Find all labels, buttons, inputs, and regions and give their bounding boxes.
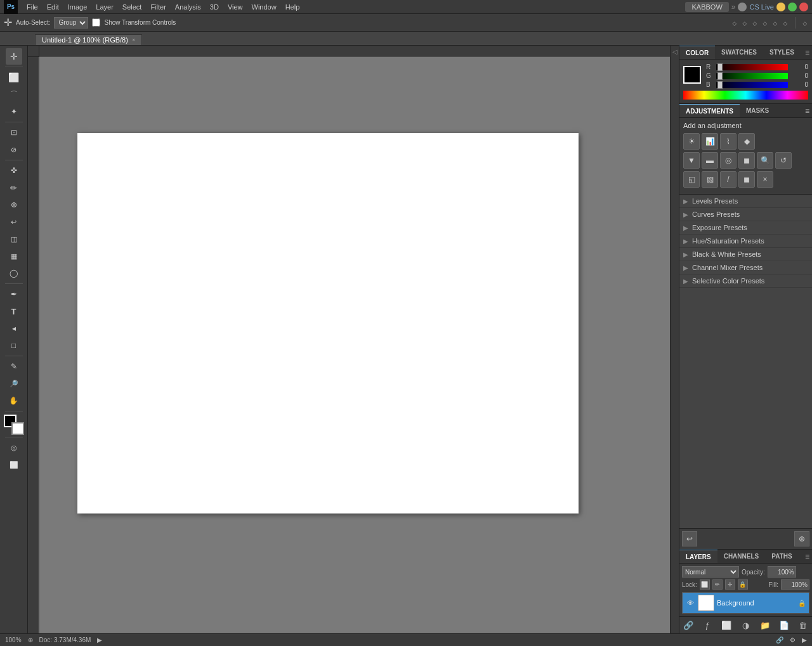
selective-color-icon[interactable]: × <box>757 171 773 188</box>
photo-filter-icon[interactable]: 🔍 <box>757 152 773 169</box>
status-bar-info-icon[interactable]: ⚙ <box>790 636 796 643</box>
delete-layer-btn[interactable]: 🗑 <box>797 619 809 631</box>
align-center-h-icon[interactable]: ⬦ <box>742 17 748 29</box>
background-layer[interactable]: 👁 Background 🔒 <box>682 592 809 614</box>
color-balance-icon[interactable]: ◎ <box>720 152 737 169</box>
type-tool[interactable]: T <box>6 303 22 320</box>
preset-exposure[interactable]: ▶ Exposure Presets <box>679 221 812 235</box>
marquee-rect-tool[interactable]: ⬜ <box>6 69 22 86</box>
preset-levels[interactable]: ▶ Levels Presets <box>679 195 812 208</box>
menu-view[interactable]: View <box>224 2 247 12</box>
status-bar-scroll-right[interactable]: ▶ <box>802 636 807 643</box>
background-color[interactable] <box>11 422 24 435</box>
blend-mode-select[interactable]: Normal Dissolve Multiply Screen Overlay <box>682 566 739 578</box>
doc-info-arrow[interactable]: ▶ <box>97 636 102 643</box>
preset-bw[interactable]: ▶ Black & White Presets <box>679 248 812 261</box>
close-button[interactable] <box>799 3 808 11</box>
align-bottom-icon[interactable]: ⬦ <box>782 17 789 29</box>
dodge-tool[interactable]: ◯ <box>6 265 22 281</box>
new-layer-btn[interactable]: 📄 <box>778 619 790 631</box>
menu-edit[interactable]: Edit <box>43 2 63 12</box>
panel-collapse-toggle[interactable]: ◁ <box>670 46 679 633</box>
green-slider-track[interactable] <box>716 73 788 79</box>
menu-image[interactable]: Image <box>64 2 91 12</box>
menu-window[interactable]: Window <box>248 2 280 12</box>
tab-layers[interactable]: LAYERS <box>679 550 717 563</box>
menu-analysis[interactable]: Analysis <box>171 2 205 12</box>
lock-transparent-btn[interactable]: ⬜ <box>700 579 710 590</box>
align-center-v-icon[interactable]: ⬦ <box>772 17 778 29</box>
distribute-icon[interactable]: ⬦ <box>802 17 808 29</box>
move-tool[interactable]: ✛ <box>6 48 22 65</box>
preset-curves[interactable]: ▶ Curves Presets <box>679 208 812 221</box>
lasso-tool[interactable]: ⌒ <box>6 86 22 103</box>
exposure-icon[interactable]: ◆ <box>738 133 755 150</box>
tab-color[interactable]: COLOR <box>679 46 715 59</box>
bw-icon[interactable]: ◼ <box>738 152 755 169</box>
green-slider-thumb[interactable] <box>717 72 723 80</box>
tab-masks[interactable]: MASKS <box>740 104 775 117</box>
notes-tool[interactable]: ✎ <box>6 358 22 375</box>
adjustments-panel-options[interactable]: ≡ <box>805 107 809 115</box>
gradient-map-icon[interactable]: ◼ <box>738 171 755 188</box>
blue-slider-track[interactable] <box>716 82 788 88</box>
document-tab[interactable]: Untitled-1 @ 100% (RGB/8) × <box>35 34 142 45</box>
menu-file[interactable]: File <box>23 2 42 12</box>
new-adj-layer-btn[interactable]: ◑ <box>739 619 752 631</box>
minimize-button[interactable] <box>776 3 785 11</box>
tab-paths[interactable]: PATHS <box>765 550 798 563</box>
lock-image-btn[interactable]: ✏ <box>712 579 723 590</box>
red-slider-track[interactable] <box>716 64 788 70</box>
show-transform-checkbox[interactable] <box>92 18 100 27</box>
maximize-button[interactable] <box>788 3 797 11</box>
lock-position-btn[interactable]: ✛ <box>725 579 735 590</box>
presets-return-btn[interactable]: ↩ <box>682 531 697 546</box>
fill-input[interactable] <box>781 579 809 590</box>
tab-styles[interactable]: STYLES <box>763 46 801 59</box>
zoom-fit-icon[interactable]: ⊕ <box>28 636 33 643</box>
color-spectrum[interactable] <box>683 91 808 100</box>
align-left-icon[interactable]: ⬦ <box>731 17 738 29</box>
brush-tool[interactable]: ✏ <box>6 179 22 196</box>
tab-adjustments[interactable]: ADJUSTMENTS <box>679 104 740 117</box>
cs-live-button[interactable]: CS Live <box>749 3 774 11</box>
link-layers-btn[interactable]: 🔗 <box>682 619 695 631</box>
menu-3d[interactable]: 3D <box>206 2 223 12</box>
status-bar-link-icon[interactable]: 🔗 <box>776 636 783 643</box>
eraser-tool[interactable]: ◫ <box>6 231 22 247</box>
gradient-tool[interactable]: ▦ <box>6 248 22 264</box>
auto-select-dropdown[interactable]: Group Layer <box>54 17 88 29</box>
add-style-btn[interactable]: ƒ <box>701 619 714 631</box>
menu-filter[interactable]: Filter <box>147 2 169 12</box>
channel-mixer-icon[interactable]: ↺ <box>775 152 792 169</box>
tab-channels[interactable]: CHANNELS <box>717 550 766 563</box>
hand-tool[interactable]: ✋ <box>6 392 22 409</box>
workspace-name[interactable]: KABBOW <box>685 2 728 12</box>
threshold-icon[interactable]: / <box>720 171 737 188</box>
red-slider-thumb[interactable] <box>717 63 723 71</box>
levels-icon[interactable]: 📊 <box>702 133 718 150</box>
invert-icon[interactable]: ◱ <box>683 171 700 188</box>
fg-bg-colors[interactable] <box>4 415 24 435</box>
magic-wand-tool[interactable]: ✦ <box>6 103 22 120</box>
vibrance-icon[interactable]: ▼ <box>683 152 700 169</box>
presets-add-btn[interactable]: ⊕ <box>794 531 809 546</box>
blue-slider-thumb[interactable] <box>717 81 723 89</box>
posterize-icon[interactable]: ▧ <box>702 171 718 188</box>
quick-mask-tool[interactable]: ◎ <box>6 439 22 456</box>
move-tool-icon[interactable]: ✛ <box>4 16 12 29</box>
path-select-tool[interactable]: ◂ <box>6 320 22 337</box>
layers-panel-options[interactable]: ≡ <box>805 552 809 561</box>
curves-icon[interactable]: ⌇ <box>720 133 737 150</box>
overflow-icon[interactable]: » <box>731 3 736 11</box>
align-top-icon[interactable]: ⬦ <box>762 17 768 29</box>
history-brush-tool[interactable]: ↩ <box>6 214 22 230</box>
preset-channel-mixer[interactable]: ▶ Channel Mixer Presets <box>679 261 812 275</box>
canvas-content[interactable] <box>39 57 670 633</box>
zoom-tool[interactable]: 🔎 <box>6 375 22 392</box>
tab-swatches[interactable]: SWATCHES <box>715 46 763 59</box>
crop-tool[interactable]: ⊡ <box>6 124 22 141</box>
document-tab-close[interactable]: × <box>132 37 135 43</box>
add-mask-btn[interactable]: ⬜ <box>720 619 733 631</box>
clone-tool[interactable]: ⊕ <box>6 197 22 213</box>
